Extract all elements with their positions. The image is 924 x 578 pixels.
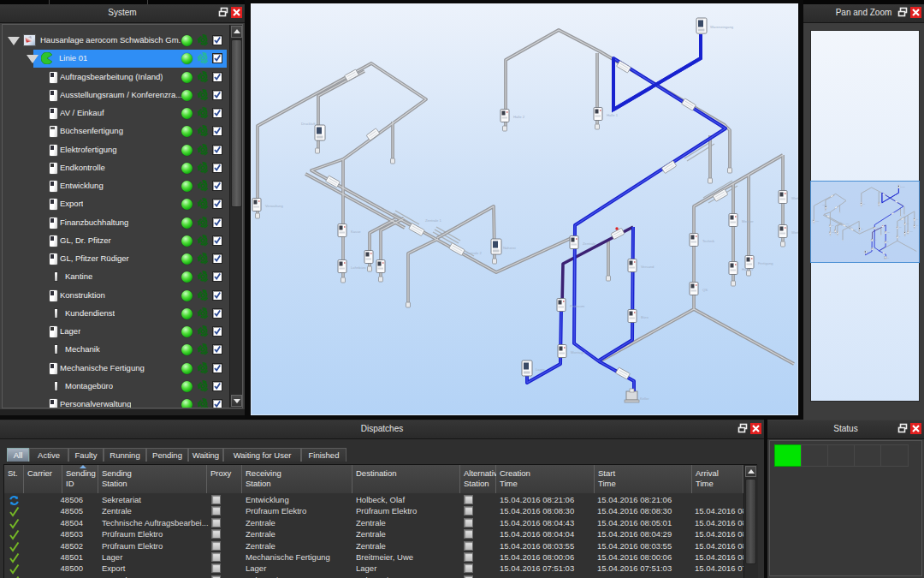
svg-text:Verwaltung: Verwaltung xyxy=(265,204,283,208)
svg-text:Lager: Lager xyxy=(536,367,545,372)
svg-text:Zentrale: Zentrale xyxy=(583,241,596,246)
svg-text:Zentrale 1: Zentrale 1 xyxy=(425,218,442,223)
svg-text:Zentrale 2: Zentrale 2 xyxy=(465,251,483,255)
svg-text:Büro: Büro xyxy=(641,315,649,319)
svg-text:QS: QS xyxy=(702,288,708,292)
svg-text:Keller: Keller xyxy=(640,396,649,401)
svg-text:Halle 3: Halle 3 xyxy=(742,267,754,271)
svg-text:Technik: Technik xyxy=(702,239,715,243)
svg-text:Kasse: Kasse xyxy=(351,229,361,234)
svg-text:Näherei: Näherei xyxy=(503,246,516,250)
svg-text:Wareneingang: Wareneingang xyxy=(710,25,734,29)
svg-text:Fertigung: Fertigung xyxy=(758,261,773,265)
svg-text:Prüfraum: Prüfraum xyxy=(570,304,585,308)
svg-text:Druckluft: Druckluft xyxy=(301,122,316,126)
svg-text:Halle 1: Halle 1 xyxy=(607,113,619,117)
svg-text:Lohnbüro: Lohnbüro xyxy=(351,265,366,270)
svg-text:Werk 3: Werk 3 xyxy=(791,230,798,235)
svg-text:Werk 2: Werk 2 xyxy=(791,196,798,200)
svg-text:Versand: Versand xyxy=(641,265,654,269)
svg-text:Montage: Montage xyxy=(571,350,585,355)
svg-text:Meister: Meister xyxy=(742,219,754,223)
svg-text:Halle 2: Halle 2 xyxy=(513,115,525,119)
